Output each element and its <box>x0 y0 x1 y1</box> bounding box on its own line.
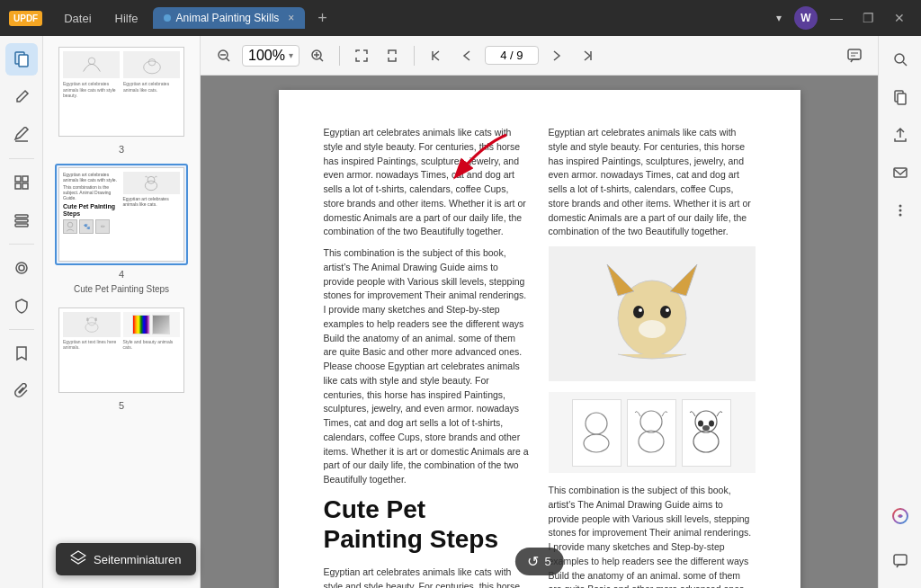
comment-mode-button[interactable] <box>842 43 867 68</box>
svg-point-17 <box>148 176 155 183</box>
svg-marker-36 <box>607 264 634 296</box>
svg-point-11 <box>19 265 24 271</box>
page-number-input[interactable] <box>485 46 539 65</box>
zoom-in-button[interactable] <box>305 43 330 68</box>
attachment-tool-button[interactable] <box>5 375 38 407</box>
right-ai-button[interactable] <box>884 500 917 532</box>
thumb-wrap-4[interactable]: Egyptian art celebrates animals like cat… <box>55 164 188 265</box>
thumbnail-panel[interactable]: Egyptian art celebrates animals like cat… <box>43 36 201 588</box>
page-start-button[interactable] <box>424 43 449 68</box>
stamp-icon <box>13 260 30 276</box>
zoom-out-button[interactable] <box>211 43 237 68</box>
svg-point-59 <box>899 209 901 212</box>
organize-tool-button[interactable] <box>5 204 38 236</box>
pdf-sketch-steps <box>549 392 756 473</box>
svg-point-40 <box>639 308 642 312</box>
svg-rect-9 <box>15 224 28 227</box>
svg-point-10 <box>16 263 27 273</box>
undo-button[interactable]: ↺ 5 <box>514 548 563 575</box>
minimize-button[interactable]: — <box>823 11 850 25</box>
corgi-portrait-image <box>549 246 756 381</box>
stamp-tool-button[interactable] <box>5 252 38 284</box>
protect-tool-button[interactable] <box>5 290 38 322</box>
tab-close-button[interactable]: × <box>288 12 294 24</box>
restore-button[interactable]: ❐ <box>855 11 881 25</box>
pages-tool-button[interactable] <box>5 43 38 76</box>
zoom-level-text: 100% <box>248 48 285 64</box>
svg-rect-8 <box>15 219 28 222</box>
page-next-button[interactable] <box>544 43 569 68</box>
right-search-button[interactable] <box>884 43 917 76</box>
page-prev-icon <box>460 49 473 62</box>
bookmark-tool-button[interactable] <box>5 337 38 370</box>
pdf-text-right-2: This combination is the subject of this … <box>549 484 756 588</box>
svg-point-49 <box>693 431 719 452</box>
pdf-text-3: Egyptian art celebrates animals like cat… <box>324 566 531 588</box>
thumbnail-page-3[interactable]: Egyptian art celebrates animals like cat… <box>49 43 194 155</box>
sketch-step-3 <box>682 399 731 467</box>
page-start-icon <box>430 49 443 62</box>
zoom-display[interactable]: 100% ▾ <box>242 45 300 67</box>
thumb-wrap-3[interactable]: Egyptian art celebrates animals like cat… <box>55 43 188 140</box>
ai-icon <box>891 507 909 525</box>
share-icon <box>892 127 908 143</box>
svg-rect-1 <box>19 55 28 67</box>
right-mail-button[interactable] <box>884 156 917 189</box>
right-share-button[interactable] <box>884 119 917 151</box>
menu-hilfe[interactable]: Hilfe <box>106 8 148 29</box>
thumb-wrap-5[interactable]: Egyptian art text lines here animals. St… <box>55 304 188 396</box>
thumb-img-4: Egyptian art celebrates animals like cat… <box>58 167 184 262</box>
search-icon <box>892 51 908 67</box>
tooltip-text: Seitenminiaturen <box>94 553 182 566</box>
svg-point-38 <box>633 306 644 318</box>
svg-rect-21 <box>94 318 96 322</box>
annotate-icon <box>13 127 30 143</box>
undo-count: 5 <box>544 555 550 568</box>
thumbnail-page-4[interactable]: Egyptian art celebrates animals like cat… <box>49 164 194 295</box>
protect-icon <box>13 298 30 314</box>
pdf-toolbar: 100% ▾ <box>201 36 878 76</box>
chat-icon <box>892 553 908 569</box>
app-logo: UPDF <box>9 11 42 26</box>
user-avatar[interactable]: W <box>794 6 818 30</box>
svg-point-44 <box>586 413 607 434</box>
svg-marker-63 <box>71 551 85 560</box>
close-button[interactable]: ✕ <box>887 11 912 25</box>
svg-rect-6 <box>22 183 28 189</box>
fit-width-button[interactable] <box>349 43 374 68</box>
svg-rect-3 <box>15 176 21 182</box>
thumb-num-3: 3 <box>119 144 124 155</box>
right-pages-button[interactable] <box>884 81 917 113</box>
svg-point-53 <box>895 54 904 63</box>
fit-page-button[interactable] <box>380 43 405 68</box>
zoom-dropdown-arrow[interactable]: ▾ <box>289 50 293 60</box>
right-sidebar <box>878 36 921 588</box>
svg-point-18 <box>85 323 98 333</box>
right-chat-button[interactable] <box>884 545 917 577</box>
view-tool-button[interactable] <box>5 166 38 199</box>
page-navigation <box>485 46 539 65</box>
right-more-button[interactable] <box>884 194 917 227</box>
thumbnail-page-5[interactable]: Egyptian art text lines here animals. St… <box>49 304 194 411</box>
document-tab[interactable]: Animal Painting Skills × <box>153 7 306 29</box>
main-layout: Egyptian art celebrates animals like cat… <box>0 36 921 588</box>
titlebar-dropdown[interactable]: ▾ <box>769 8 789 28</box>
new-tab-button[interactable]: + <box>310 9 335 28</box>
pages-icon <box>13 50 31 68</box>
comment-icon <box>846 48 863 64</box>
svg-rect-31 <box>848 49 861 59</box>
pdf-text-2: This combination is the subject of this … <box>324 246 531 487</box>
edit-tool-button[interactable] <box>5 81 38 113</box>
pdf-content[interactable]: Egyptian art celebrates animals like cat… <box>201 76 878 588</box>
icon-divider-3 <box>9 329 34 330</box>
sketch-step-2 <box>627 399 676 467</box>
bookmark-icon <box>13 345 30 361</box>
page-prev-button[interactable] <box>454 43 479 68</box>
annotate-tool-button[interactable] <box>5 119 38 151</box>
svg-point-52 <box>702 425 710 431</box>
page-end-button[interactable] <box>575 43 600 68</box>
svg-point-60 <box>899 214 901 217</box>
svg-rect-7 <box>15 215 28 218</box>
menu-datei[interactable]: Datei <box>55 8 100 29</box>
svg-point-14 <box>148 58 155 65</box>
